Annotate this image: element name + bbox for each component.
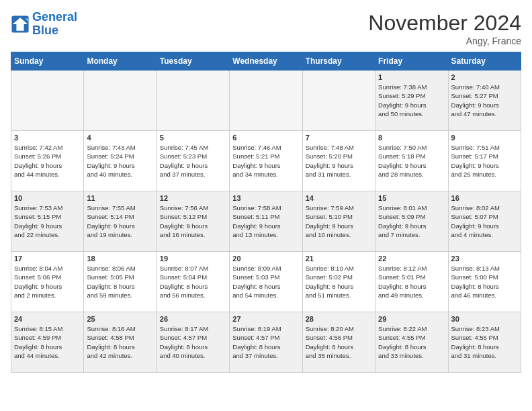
day-number: 11 <box>87 194 153 202</box>
day-number: 4 <box>87 134 153 142</box>
calendar-row: 24Sunrise: 8:15 AM Sunset: 4:59 PM Dayli… <box>11 312 521 373</box>
day-number: 27 <box>232 315 299 323</box>
day-info: Sunrise: 8:16 AM Sunset: 4:58 PM Dayligh… <box>87 324 153 360</box>
calendar-cell: 22Sunrise: 8:12 AM Sunset: 5:01 PM Dayli… <box>375 252 448 312</box>
logo-text: General Blue <box>32 11 77 38</box>
day-info: Sunrise: 8:13 AM Sunset: 5:00 PM Dayligh… <box>451 264 518 300</box>
page-header: General Blue November 2024 Angy, France <box>11 11 521 46</box>
day-number: 28 <box>306 315 372 323</box>
day-number: 25 <box>87 315 153 323</box>
day-info: Sunrise: 7:45 AM Sunset: 5:23 PM Dayligh… <box>160 143 226 179</box>
day-info: Sunrise: 7:50 AM Sunset: 5:18 PM Dayligh… <box>378 143 445 179</box>
day-info: Sunrise: 8:01 AM Sunset: 5:09 PM Dayligh… <box>378 203 445 239</box>
calendar-cell: 2Sunrise: 7:40 AM Sunset: 5:27 PM Daylig… <box>448 71 521 131</box>
day-number: 3 <box>14 134 81 142</box>
weekday-header: Thursday <box>302 52 375 71</box>
weekday-header: Sunday <box>11 52 84 71</box>
location: Angy, France <box>368 36 521 46</box>
day-number: 16 <box>451 194 518 202</box>
calendar-cell: 13Sunrise: 7:58 AM Sunset: 5:11 PM Dayli… <box>230 191 302 252</box>
day-number: 12 <box>160 194 226 202</box>
calendar-cell: 10Sunrise: 7:53 AM Sunset: 5:15 PM Dayli… <box>11 191 84 252</box>
day-number: 1 <box>378 73 445 81</box>
day-info: Sunrise: 7:55 AM Sunset: 5:14 PM Dayligh… <box>87 203 153 239</box>
weekday-header: Friday <box>375 52 448 71</box>
calendar-cell: 16Sunrise: 8:02 AM Sunset: 5:07 PM Dayli… <box>448 191 521 252</box>
calendar-cell: 5Sunrise: 7:45 AM Sunset: 5:23 PM Daylig… <box>157 131 229 191</box>
day-info: Sunrise: 8:23 AM Sunset: 4:55 PM Dayligh… <box>451 324 518 360</box>
day-info: Sunrise: 7:58 AM Sunset: 5:11 PM Dayligh… <box>232 203 299 239</box>
calendar-cell: 21Sunrise: 8:10 AM Sunset: 5:02 PM Dayli… <box>302 252 375 312</box>
calendar-row: 3Sunrise: 7:42 AM Sunset: 5:26 PM Daylig… <box>11 131 521 191</box>
calendar-cell: 26Sunrise: 8:17 AM Sunset: 4:57 PM Dayli… <box>157 312 229 373</box>
day-number: 5 <box>160 134 226 142</box>
day-number: 29 <box>378 315 445 323</box>
calendar-cell: 8Sunrise: 7:50 AM Sunset: 5:18 PM Daylig… <box>375 131 448 191</box>
day-number: 18 <box>87 255 153 263</box>
day-info: Sunrise: 8:09 AM Sunset: 5:03 PM Dayligh… <box>232 264 299 300</box>
calendar-cell: 29Sunrise: 8:22 AM Sunset: 4:55 PM Dayli… <box>375 312 448 373</box>
calendar-table: SundayMondayTuesdayWednesdayThursdayFrid… <box>11 52 521 373</box>
calendar-row: 1Sunrise: 7:38 AM Sunset: 5:29 PM Daylig… <box>11 71 521 131</box>
day-info: Sunrise: 7:53 AM Sunset: 5:15 PM Dayligh… <box>14 203 81 239</box>
calendar-cell: 17Sunrise: 8:04 AM Sunset: 5:06 PM Dayli… <box>11 252 84 312</box>
logo: General Blue <box>11 11 77 38</box>
day-info: Sunrise: 7:59 AM Sunset: 5:10 PM Dayligh… <box>306 203 372 239</box>
day-number: 17 <box>14 255 81 263</box>
day-info: Sunrise: 8:17 AM Sunset: 4:57 PM Dayligh… <box>160 324 226 360</box>
calendar-cell: 15Sunrise: 8:01 AM Sunset: 5:09 PM Dayli… <box>375 191 448 252</box>
day-info: Sunrise: 7:40 AM Sunset: 5:27 PM Dayligh… <box>451 83 518 118</box>
calendar-cell <box>84 71 157 131</box>
calendar-cell: 7Sunrise: 7:48 AM Sunset: 5:20 PM Daylig… <box>302 131 375 191</box>
day-info: Sunrise: 8:22 AM Sunset: 4:55 PM Dayligh… <box>378 324 445 360</box>
calendar-cell: 1Sunrise: 7:38 AM Sunset: 5:29 PM Daylig… <box>375 71 448 131</box>
day-number: 24 <box>14 315 81 323</box>
day-info: Sunrise: 7:56 AM Sunset: 5:12 PM Dayligh… <box>160 203 226 239</box>
day-number: 14 <box>306 194 372 202</box>
day-number: 15 <box>378 194 445 202</box>
weekday-header: Monday <box>84 52 157 71</box>
day-info: Sunrise: 8:19 AM Sunset: 4:57 PM Dayligh… <box>232 324 299 360</box>
calendar-cell: 19Sunrise: 8:07 AM Sunset: 5:04 PM Dayli… <box>157 252 229 312</box>
calendar-cell <box>230 71 302 131</box>
day-number: 21 <box>306 255 372 263</box>
day-number: 13 <box>232 194 299 202</box>
calendar-cell: 24Sunrise: 8:15 AM Sunset: 4:59 PM Dayli… <box>11 312 84 373</box>
day-info: Sunrise: 7:43 AM Sunset: 5:24 PM Dayligh… <box>87 143 153 179</box>
day-info: Sunrise: 7:48 AM Sunset: 5:20 PM Dayligh… <box>306 143 372 179</box>
calendar-cell: 14Sunrise: 7:59 AM Sunset: 5:10 PM Dayli… <box>302 191 375 252</box>
day-number: 8 <box>378 134 445 142</box>
day-info: Sunrise: 8:15 AM Sunset: 4:59 PM Dayligh… <box>14 324 81 360</box>
day-info: Sunrise: 7:46 AM Sunset: 5:21 PM Dayligh… <box>232 143 299 179</box>
calendar-cell: 20Sunrise: 8:09 AM Sunset: 5:03 PM Dayli… <box>230 252 302 312</box>
calendar-cell: 28Sunrise: 8:20 AM Sunset: 4:56 PM Dayli… <box>302 312 375 373</box>
calendar-cell: 4Sunrise: 7:43 AM Sunset: 5:24 PM Daylig… <box>84 131 157 191</box>
calendar-cell: 11Sunrise: 7:55 AM Sunset: 5:14 PM Dayli… <box>84 191 157 252</box>
weekday-header: Saturday <box>448 52 521 71</box>
day-number: 19 <box>160 255 226 263</box>
weekday-header: Tuesday <box>157 52 229 71</box>
calendar-cell: 18Sunrise: 8:06 AM Sunset: 5:05 PM Dayli… <box>84 252 157 312</box>
calendar-cell: 9Sunrise: 7:51 AM Sunset: 5:17 PM Daylig… <box>448 131 521 191</box>
day-info: Sunrise: 8:02 AM Sunset: 5:07 PM Dayligh… <box>451 203 518 239</box>
day-number: 9 <box>451 134 518 142</box>
calendar-cell: 3Sunrise: 7:42 AM Sunset: 5:26 PM Daylig… <box>11 131 84 191</box>
calendar-cell: 30Sunrise: 8:23 AM Sunset: 4:55 PM Dayli… <box>448 312 521 373</box>
calendar-cell <box>302 71 375 131</box>
calendar-row: 10Sunrise: 7:53 AM Sunset: 5:15 PM Dayli… <box>11 191 521 252</box>
day-number: 30 <box>451 315 518 323</box>
day-info: Sunrise: 8:06 AM Sunset: 5:05 PM Dayligh… <box>87 264 153 300</box>
day-number: 22 <box>378 255 445 263</box>
title-block: November 2024 Angy, France <box>368 11 521 46</box>
day-number: 20 <box>232 255 299 263</box>
calendar-cell: 27Sunrise: 8:19 AM Sunset: 4:57 PM Dayli… <box>230 312 302 373</box>
day-info: Sunrise: 8:10 AM Sunset: 5:02 PM Dayligh… <box>306 264 372 300</box>
day-number: 10 <box>14 194 81 202</box>
calendar-row: 17Sunrise: 8:04 AM Sunset: 5:06 PM Dayli… <box>11 252 521 312</box>
day-number: 6 <box>232 134 299 142</box>
calendar-cell: 12Sunrise: 7:56 AM Sunset: 5:12 PM Dayli… <box>157 191 229 252</box>
day-number: 26 <box>160 315 226 323</box>
weekday-header: Wednesday <box>230 52 302 71</box>
logo-icon <box>11 15 30 34</box>
calendar-cell: 23Sunrise: 8:13 AM Sunset: 5:00 PM Dayli… <box>448 252 521 312</box>
